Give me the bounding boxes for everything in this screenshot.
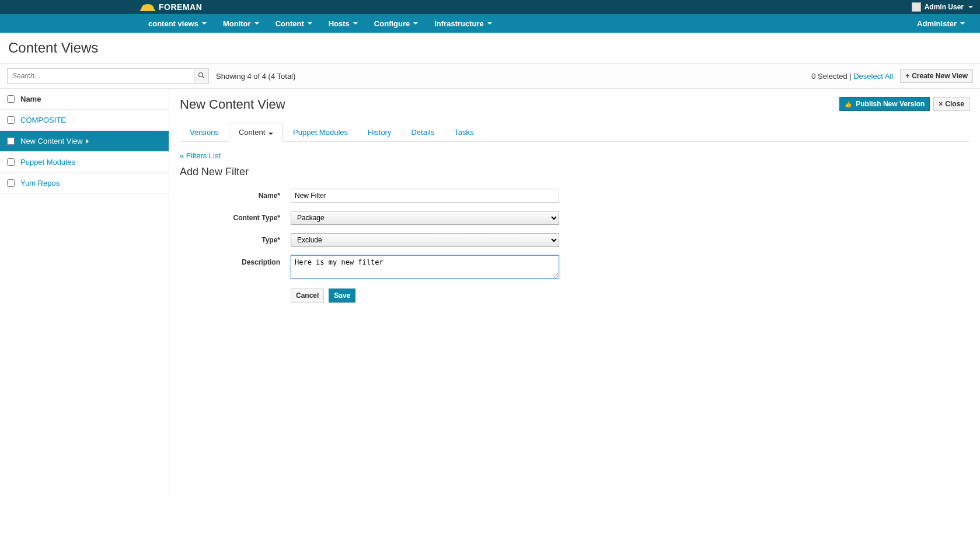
nav-item-label: Hosts bbox=[329, 19, 350, 28]
content-type-select[interactable]: Package bbox=[291, 211, 559, 225]
caret-down-icon bbox=[308, 22, 312, 25]
svg-rect-0 bbox=[140, 9, 155, 11]
sidebar-item-new-content-view[interactable]: New Content View bbox=[0, 131, 169, 152]
sidebar-item-label: New Content View bbox=[20, 137, 83, 145]
sidebar-item-yum-repos[interactable]: Yum Repos bbox=[0, 173, 169, 194]
svg-line-2 bbox=[203, 76, 204, 78]
row-checkbox[interactable] bbox=[7, 158, 15, 166]
tab-puppet-modules[interactable]: Puppet Modules bbox=[283, 123, 358, 142]
close-icon: × bbox=[939, 100, 943, 108]
sidebar-item-label[interactable]: Puppet Modules bbox=[20, 158, 75, 166]
close-label: Close bbox=[945, 100, 964, 108]
nav-hosts[interactable]: Hosts bbox=[320, 14, 366, 33]
thumbs-up-icon bbox=[845, 100, 853, 108]
nav-content[interactable]: Content bbox=[267, 14, 320, 33]
select-all-checkbox[interactable] bbox=[7, 95, 15, 103]
sidebar-header-label: Name bbox=[20, 95, 41, 103]
nav-item-label: Monitor bbox=[223, 19, 251, 28]
tabs: Versions Content Puppet Modules History … bbox=[180, 123, 969, 142]
hardhat-icon bbox=[140, 2, 155, 12]
name-label: Name* bbox=[180, 189, 291, 200]
plus-icon: + bbox=[905, 72, 909, 80]
search-icon bbox=[198, 72, 205, 81]
search-button[interactable] bbox=[194, 68, 209, 84]
caret-down-icon bbox=[487, 22, 492, 25]
sidebar-header: Name bbox=[0, 89, 169, 110]
create-label: Create New View bbox=[912, 72, 968, 80]
description-textarea[interactable] bbox=[291, 255, 559, 279]
nav-item-label: Content bbox=[275, 19, 304, 28]
nav-item-label: Administer bbox=[917, 19, 957, 28]
svg-point-1 bbox=[199, 72, 203, 77]
tab-details[interactable]: Details bbox=[401, 123, 444, 142]
save-button[interactable]: Save bbox=[329, 289, 355, 303]
sidebar-item-composite[interactable]: COMPOSITE bbox=[0, 110, 169, 131]
create-new-view-button[interactable]: + Create New View bbox=[900, 69, 973, 83]
caret-down-icon bbox=[268, 133, 273, 135]
caret-down-icon bbox=[353, 22, 358, 25]
nav-infrastructure[interactable]: Infrastructure bbox=[426, 14, 500, 33]
name-input[interactable] bbox=[291, 189, 559, 203]
nav-context[interactable]: content views bbox=[140, 14, 215, 33]
brand: FOREMAN bbox=[140, 2, 202, 12]
form-title: Add New Filter bbox=[180, 166, 969, 178]
filters-breadcrumb: « Filters List bbox=[180, 151, 969, 160]
cancel-button[interactable]: Cancel bbox=[291, 289, 324, 303]
caret-down-icon bbox=[202, 22, 207, 25]
toolbar: Showing 4 of 4 (4 Total) 0 Selected | De… bbox=[0, 63, 980, 89]
user-menu[interactable]: Admin User bbox=[912, 2, 973, 12]
sidebar-item-puppet-modules[interactable]: Puppet Modules bbox=[0, 152, 169, 173]
filters-list-link[interactable]: « Filters List bbox=[180, 151, 221, 160]
results-count: Showing 4 of 4 (4 Total) bbox=[216, 72, 295, 81]
description-label: Description bbox=[180, 255, 291, 266]
selection-info: 0 Selected | Deselect All bbox=[811, 72, 893, 81]
chevron-right-icon bbox=[86, 139, 89, 144]
nav-monitor[interactable]: Monitor bbox=[215, 14, 267, 33]
main-nav: content views Monitor Content Hosts Conf… bbox=[0, 14, 980, 33]
type-select[interactable]: Exclude bbox=[291, 233, 559, 247]
nav-item-label: Infrastructure bbox=[434, 19, 484, 28]
sidebar-item-link[interactable]: New Content View bbox=[20, 137, 89, 145]
tab-tasks[interactable]: Tasks bbox=[444, 123, 483, 142]
tab-versions[interactable]: Versions bbox=[180, 123, 229, 142]
search-input[interactable] bbox=[7, 68, 194, 84]
publish-label: Publish New Version bbox=[856, 100, 925, 108]
avatar-icon bbox=[912, 2, 921, 12]
sidebar: Name COMPOSITE New Content View Puppet M… bbox=[0, 89, 169, 498]
page-title: Content Views bbox=[0, 33, 980, 63]
nav-context-label: content views bbox=[148, 19, 198, 28]
nav-administer[interactable]: Administer bbox=[909, 14, 973, 33]
caret-down-icon bbox=[413, 22, 418, 25]
tab-content[interactable]: Content bbox=[229, 123, 283, 142]
nav-configure[interactable]: Configure bbox=[366, 14, 426, 33]
type-label: Type* bbox=[180, 233, 291, 244]
row-checkbox[interactable] bbox=[7, 137, 15, 145]
brand-text: FOREMAN bbox=[159, 2, 202, 12]
publish-button[interactable]: Publish New Version bbox=[839, 97, 930, 111]
add-filter-form: Name* Content Type* Package Type* Exclud… bbox=[180, 189, 969, 303]
search-group bbox=[7, 68, 209, 84]
main-pane: New Content View Publish New Version × C… bbox=[169, 89, 980, 498]
row-checkbox[interactable] bbox=[7, 179, 15, 187]
sidebar-item-label[interactable]: COMPOSITE bbox=[20, 116, 66, 124]
caret-down-icon bbox=[960, 22, 965, 25]
row-checkbox[interactable] bbox=[7, 116, 15, 124]
user-bar: FOREMAN Admin User bbox=[0, 0, 980, 14]
user-label: Admin User bbox=[925, 3, 964, 11]
content-view-title: New Content View bbox=[180, 97, 285, 112]
close-button[interactable]: × Close bbox=[933, 97, 969, 111]
sidebar-item-label[interactable]: Yum Repos bbox=[20, 179, 60, 187]
caret-down-icon bbox=[968, 6, 973, 8]
caret-down-icon bbox=[254, 22, 259, 25]
main-header: New Content View Publish New Version × C… bbox=[180, 97, 969, 112]
nav-item-label: Configure bbox=[374, 19, 410, 28]
tab-history[interactable]: History bbox=[358, 123, 401, 142]
tab-label: Content bbox=[239, 128, 266, 137]
deselect-all-link[interactable]: Deselect All bbox=[853, 72, 893, 81]
content-type-label: Content Type* bbox=[180, 211, 291, 222]
selected-count: 0 Selected bbox=[811, 72, 847, 81]
